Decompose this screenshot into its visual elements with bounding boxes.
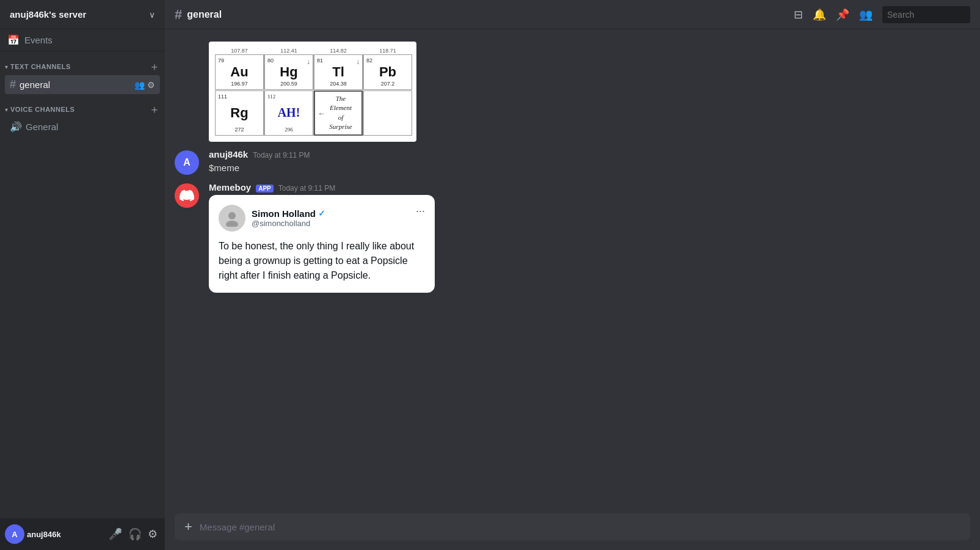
chevron-icon: ▾ [5,64,8,70]
message-header: anuj846k Today at 9:11 PM [209,149,970,160]
user-bar: A anuj846k 🎤 🎧 ⚙ [0,518,165,550]
sidebar: anuj846k's server ∨ 📅 Events ▾ TEXT CHAN… [0,0,165,550]
channel-hash-icon: # [175,7,182,23]
tweet-text: To be honest, the only thing I really li… [219,239,425,283]
user-bar-actions: 🎤 🎧 ⚙ [106,525,160,543]
events-label: Events [24,35,53,45]
tweet-author-name: Simon Holland ✓ [252,208,325,219]
settings-icon[interactable]: ⚙ [147,80,155,90]
person-icon [223,210,241,227]
message-author[interactable]: Memeboy [209,182,251,193]
tweet-avatar [219,205,245,232]
message-header: Memeboy APP Today at 9:11 PM [209,182,970,193]
sidebar-content: 📅 Events ▾ TEXT CHANNELS ＋ # general 👥 ⚙ [0,29,165,550]
attach-button[interactable]: + [184,519,192,535]
periodic-table-image: 107.87 112.41 114.82 118.71 79 Au 196.97 [209,42,416,142]
message-timestamp: Today at 9:11 PM [253,151,310,160]
channel-header: # general ⊟ 🔔 📌 👥 [165,0,980,29]
tweet-author-info: Simon Holland ✓ @simoncholland [219,205,325,232]
settings-icon[interactable]: ⚙ [145,525,160,543]
svg-point-1 [226,221,238,227]
messages-area[interactable]: 107.87 112.41 114.82 118.71 79 Au 196.97 [165,29,980,513]
pin-icon[interactable]: 📌 [836,8,849,21]
server-header[interactable]: anuj846k's server ∨ [0,0,165,29]
verified-icon: ✓ [318,208,325,218]
server-name: anuj846k's server [10,9,149,20]
username: anuj846k [27,530,104,539]
avatar-image: A [183,157,191,168]
add-voice-channel-button[interactable]: ＋ [149,104,160,115]
tweet-embed: Simon Holland ✓ @simoncholland ··· To be… [209,195,435,293]
main-content: 107.87 112.41 114.82 118.71 79 Au 196.97 [165,29,980,550]
tweet-more-icon[interactable]: ··· [416,205,425,218]
add-member-icon[interactable]: 👥 [134,80,145,90]
text-channels-section: ▾ TEXT CHANNELS ＋ # general 👥 ⚙ [0,61,165,94]
message-timestamp: Today at 9:11 PM [278,184,335,193]
headset-icon[interactable]: 🎧 [126,525,144,543]
channel-name-voice-general: General [26,122,155,132]
tweet-handle: @simoncholland [252,219,325,228]
chevron-icon: ▾ [5,106,8,113]
message-text: $meme [209,162,970,175]
speaker-icon: 🔊 [10,121,22,133]
svg-point-0 [228,212,236,219]
avatar-initials: A [12,530,17,539]
mic-icon[interactable]: 🎤 [106,525,125,543]
voice-channels-header[interactable]: ▾ VOICE CHANNELS ＋ [0,104,165,117]
message-input[interactable] [200,522,960,532]
message-content: Memeboy APP Today at 9:11 PM [209,182,970,293]
search-input[interactable] [882,6,970,23]
text-channels-header[interactable]: ▾ TEXT CHANNELS ＋ [0,61,165,75]
image-embed-container: 107.87 112.41 114.82 118.71 79 Au 196.97 [165,39,980,147]
message-content: anuj846k Today at 9:11 PM $meme [209,149,970,175]
add-text-channel-button[interactable]: ＋ [149,61,160,72]
avatar [175,183,199,208]
header-right: ⊟ 🔔 📌 👥 [794,6,970,23]
channel-actions: 👥 ⚙ [134,80,155,90]
app-badge: APP [256,185,274,193]
voice-channels-label: VOICE CHANNELS [10,106,149,113]
sidebar-item-general[interactable]: # general 👥 ⚙ [5,75,160,94]
text-channels-label: TEXT CHANNELS [10,63,149,70]
chevron-down-icon: ∨ [149,10,155,20]
calendar-icon: 📅 [7,34,20,46]
avatar: A [5,524,24,544]
sidebar-item-general-voice[interactable]: 🔊 General [5,118,160,136]
bell-icon[interactable]: 🔔 [813,8,826,21]
channel-header-name: general [187,9,222,20]
avatar: A [175,150,199,175]
members-icon[interactable]: 👥 [859,8,873,21]
message-group: A anuj846k Today at 9:11 PM $meme [165,147,980,177]
message-input-area: + [165,513,980,550]
voice-channels-section: ▾ VOICE CHANNELS ＋ 🔊 General [0,104,165,136]
sidebar-item-events[interactable]: 📅 Events [0,29,165,51]
message-input-wrapper: + [175,513,970,540]
tweet-header: Simon Holland ✓ @simoncholland ··· [219,205,425,232]
channel-name-general: general [20,79,134,90]
hash-icon: # [10,78,16,91]
tweet-author-details: Simon Holland ✓ @simoncholland [252,208,325,228]
message-group: Memeboy APP Today at 9:11 PM [165,180,980,295]
discord-icon [180,188,194,203]
user-info: anuj846k [27,530,104,539]
message-author[interactable]: anuj846k [209,149,248,160]
threads-icon[interactable]: ⊟ [794,8,803,21]
